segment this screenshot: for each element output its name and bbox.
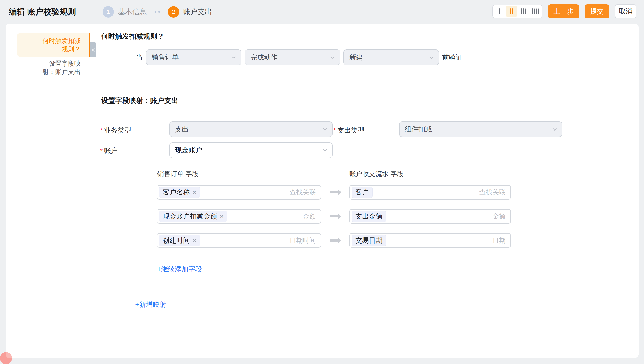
trigger-section-heading: 何时触发扣减规则？ xyxy=(101,32,164,41)
layout-width-option-2[interactable] xyxy=(506,6,518,17)
field-tag: 现金账户扣减金额 × xyxy=(159,211,227,222)
prev-step-button[interactable]: 上一步 xyxy=(548,4,579,18)
chevron-down-icon xyxy=(330,55,334,59)
layout-width-option-1[interactable] xyxy=(494,6,506,17)
layout-width-option-3[interactable] xyxy=(518,6,529,17)
add-field-link[interactable]: +继续添加字段 xyxy=(157,264,202,274)
step-number-badge: 1 xyxy=(102,6,114,18)
account-value: 现金账户 xyxy=(175,146,202,155)
target-column-header: 账户收支流水 字段 xyxy=(349,170,404,178)
sidebar-item-field-mapping[interactable]: 设置字段映射：账户支出 xyxy=(17,59,90,76)
required-marker: * xyxy=(100,148,102,156)
business-type-label: * 业务类型 xyxy=(100,126,131,135)
step-number-badge: 2 xyxy=(168,6,179,18)
target-field-input[interactable]: 支出金额 金额 xyxy=(350,209,511,224)
field-tag-label: 支出金额 xyxy=(355,212,382,221)
layout-width-switcher xyxy=(492,4,542,18)
business-type-select[interactable]: 支出 xyxy=(169,121,332,137)
step-label: 基本信息 xyxy=(118,7,147,17)
field-tag: 客户 xyxy=(352,187,372,198)
field-tag-label: 现金账户扣减金额 xyxy=(163,212,217,221)
page-title: 编辑 账户校验规则 xyxy=(9,6,76,17)
field-tag-label: 创建时间 xyxy=(163,236,190,245)
chevron-down-icon xyxy=(232,55,236,59)
source-column-header: 销售订单 字段 xyxy=(157,170,198,178)
field-type-hint: 日期 xyxy=(492,236,506,245)
account-label-text: 账户 xyxy=(104,146,118,156)
submit-button[interactable]: 提交 xyxy=(585,4,609,18)
header-actions: 上一步 提交 取消 xyxy=(492,4,636,18)
step-label: 账户支出 xyxy=(183,7,212,17)
field-tag-label: 客户名称 xyxy=(163,188,190,197)
trigger-suffix-label: 前验证 xyxy=(442,53,463,62)
mapping-container xyxy=(135,110,624,293)
field-tag-label: 客户 xyxy=(355,188,369,197)
trigger-condition-row: 当 销售订单 完成动作 新建 前验证 xyxy=(136,50,463,65)
expense-type-value: 组件扣减 xyxy=(405,124,432,134)
mapping-arrow-icon xyxy=(330,191,338,194)
field-tag: 支出金额 xyxy=(352,211,386,222)
business-type-label-text: 业务类型 xyxy=(104,126,131,135)
account-label: * 账户 xyxy=(100,146,118,156)
expense-type-label-text: 支出类型 xyxy=(337,126,364,135)
step-account-expense[interactable]: 2 账户支出 xyxy=(168,6,212,18)
required-marker: * xyxy=(334,127,336,136)
chevron-left-icon xyxy=(92,48,96,52)
field-type-hint: 日期时间 xyxy=(290,236,316,245)
expense-type-label: * 支出类型 xyxy=(334,126,364,135)
floating-helper-button[interactable] xyxy=(0,352,12,364)
add-mapping-link[interactable]: +新增映射 xyxy=(135,300,166,309)
field-tag: 客户名称 × xyxy=(159,187,200,198)
page-header: 编辑 账户校验规则 1 基本信息 2 账户支出 上一步 提交 取消 xyxy=(0,0,644,24)
field-type-hint: 查找关联 xyxy=(479,188,506,197)
remove-tag-icon[interactable]: × xyxy=(193,189,196,195)
source-field-input[interactable]: 创建时间 × 日期时间 xyxy=(157,233,321,248)
step-indicator: 1 基本信息 2 账户支出 xyxy=(102,0,212,24)
step-separator-dots xyxy=(155,11,160,13)
field-tag: 创建时间 × xyxy=(159,235,200,246)
cancel-button[interactable]: 取消 xyxy=(615,4,636,18)
target-field-input[interactable]: 客户 查找关联 xyxy=(350,185,511,200)
sidebar-collapse-button[interactable] xyxy=(90,42,96,58)
mapping-arrow-icon xyxy=(330,215,338,218)
sidebar-item-trigger-rule[interactable]: 何时触发扣减规则？ xyxy=(17,33,90,56)
account-select[interactable]: 现金账户 xyxy=(169,142,332,158)
field-tag-label: 交易日期 xyxy=(355,236,382,245)
source-field-input[interactable]: 现金账户扣减金额 × 金额 xyxy=(157,209,321,224)
trigger-object-value: 销售订单 xyxy=(152,53,179,62)
trigger-action-select[interactable]: 完成动作 xyxy=(245,50,340,65)
source-field-input[interactable]: 客户名称 × 查找关联 xyxy=(157,185,321,200)
field-tag: 交易日期 xyxy=(352,235,386,246)
mapping-section-heading: 设置字段映射：账户支出 xyxy=(101,96,178,106)
expense-type-select[interactable]: 组件扣减 xyxy=(399,121,562,137)
main-card: 何时触发扣减规则？ 设置字段映射：账户支出 何时触发扣减规则？ 当 销售订单 完… xyxy=(6,24,638,358)
step-basic-info[interactable]: 1 基本信息 xyxy=(102,6,147,18)
required-marker: * xyxy=(100,127,102,136)
chevron-down-icon xyxy=(323,126,327,130)
remove-tag-icon[interactable]: × xyxy=(193,238,196,244)
trigger-event-value: 新建 xyxy=(349,53,363,62)
chevron-down-icon xyxy=(429,55,433,59)
field-type-hint: 金额 xyxy=(492,212,506,221)
chevron-down-icon xyxy=(323,148,327,152)
layout-width-option-4[interactable] xyxy=(529,6,541,17)
anchor-sidebar: 何时触发扣减规则？ 设置字段映射：账户支出 xyxy=(6,24,90,358)
trigger-action-value: 完成动作 xyxy=(250,53,278,62)
trigger-object-select[interactable]: 销售订单 xyxy=(146,50,242,65)
business-type-value: 支出 xyxy=(175,124,188,134)
mapping-arrow-icon xyxy=(330,240,338,242)
trigger-prefix-label: 当 xyxy=(136,53,142,62)
target-field-input[interactable]: 交易日期 日期 xyxy=(350,233,511,248)
chevron-down-icon xyxy=(553,126,556,130)
field-type-hint: 查找关联 xyxy=(290,188,316,197)
field-type-hint: 金额 xyxy=(303,212,316,221)
trigger-event-select[interactable]: 新建 xyxy=(344,50,439,65)
remove-tag-icon[interactable]: × xyxy=(220,213,224,220)
